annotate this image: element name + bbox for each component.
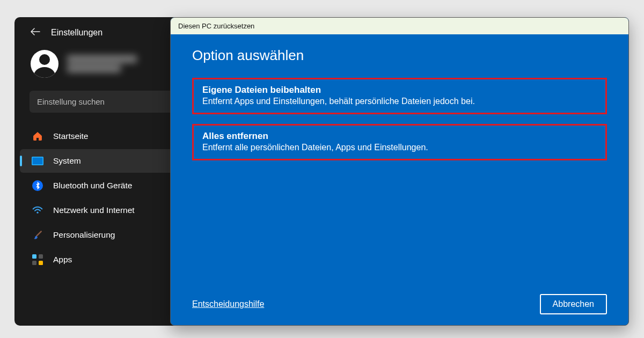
reset-pc-dialog: Diesen PC zurücksetzen Option auswählen … [170, 17, 629, 326]
option-title: Eigene Dateien beibehalten [202, 85, 597, 95]
nav-label: Personalisierung [53, 230, 115, 240]
dialog-titlebar: Diesen PC zurücksetzen [171, 18, 628, 34]
system-icon [32, 155, 43, 167]
option-remove-everything[interactable]: Alles entfernen Entfernt alle persönlich… [192, 124, 607, 160]
back-arrow-icon[interactable] [31, 27, 40, 38]
settings-title: Einstellungen [51, 28, 103, 38]
nav-label: System [53, 156, 81, 166]
nav-label: Bluetooth und Geräte [53, 181, 132, 190]
option-keep-files[interactable]: Eigene Dateien beibehalten Entfernt Apps… [192, 78, 607, 114]
nav-label: Apps [53, 255, 72, 264]
option-desc: Entfernt alle persönlichen Dateien, Apps… [202, 143, 597, 152]
dialog-body: Option auswählen Eigene Dateien beibehal… [171, 34, 628, 325]
svg-point-0 [36, 212, 38, 214]
dialog-window-title: Diesen PC zurücksetzen [178, 22, 254, 30]
apps-icon [32, 254, 43, 266]
nav-label: Netzwerk und Internet [53, 205, 135, 215]
option-title: Alles entfernen [202, 131, 597, 142]
home-icon [32, 130, 43, 142]
wifi-icon [32, 204, 43, 216]
bluetooth-icon [32, 180, 43, 192]
dialog-heading: Option auswählen [192, 47, 607, 64]
nav-label: Startseite [53, 131, 88, 141]
help-link[interactable]: Entscheidungshilfe [192, 299, 264, 309]
option-desc: Entfernt Apps und Einstellungen, behält … [202, 97, 597, 106]
cancel-button[interactable]: Abbrechen [540, 294, 607, 314]
dialog-footer: Entscheidungshilfe Abbrechen [192, 289, 607, 314]
avatar-icon [31, 50, 58, 78]
search-placeholder: Einstellung suchen [37, 97, 105, 106]
brush-icon [32, 229, 43, 241]
